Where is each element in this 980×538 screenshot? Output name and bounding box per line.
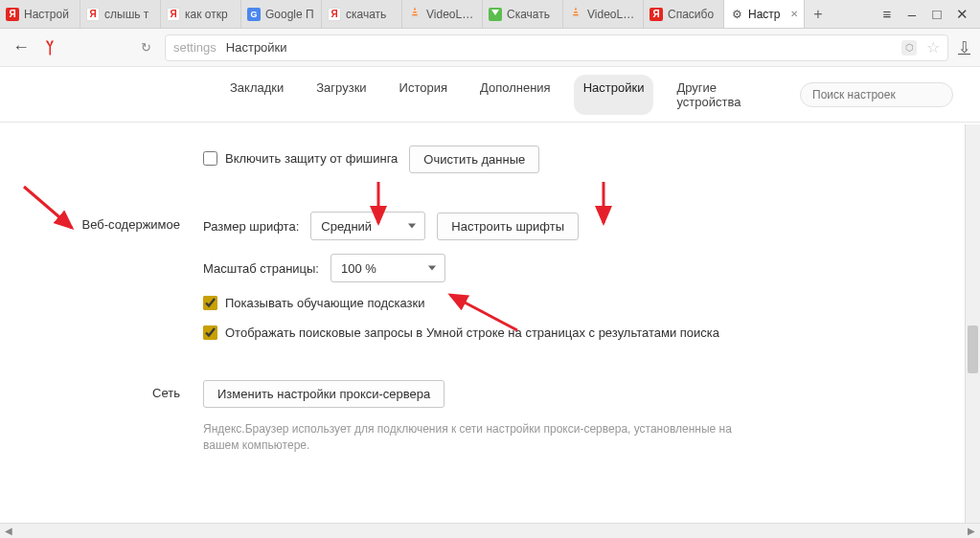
browser-tab[interactable]: Яслышь т <box>80 0 161 28</box>
phishing-protection-label: Включить защиту от фишинга <box>225 151 398 168</box>
tab-favicon-icon: Я <box>167 8 180 21</box>
browser-tab[interactable]: Якак откр <box>161 0 241 28</box>
settings-nav-item[interactable]: Дополнения <box>470 75 560 115</box>
browser-tab[interactable]: Скачать <box>483 0 563 28</box>
close-window-button[interactable]: ✕ <box>949 0 974 29</box>
url-path: settings <box>173 40 217 55</box>
maximize-button[interactable]: □ <box>924 0 949 29</box>
svg-rect-4 <box>574 11 578 11</box>
settings-search-input[interactable] <box>800 82 953 107</box>
network-section-title: Сеть <box>0 380 203 400</box>
browser-tab[interactable]: VideoLAN <box>563 0 644 28</box>
tab-favicon-icon: ⚙ <box>730 8 743 21</box>
browser-tab[interactable]: ⚙Настр✕ <box>724 0 805 28</box>
tab-favicon-icon: G <box>247 8 261 21</box>
yandex-logo-icon <box>42 39 59 56</box>
tab-label: Google П <box>265 8 315 21</box>
browser-tabstrip: ЯНастройЯслышь тЯкак открGGoogle ПЯскача… <box>0 0 980 29</box>
tab-favicon-icon: Я <box>650 8 663 21</box>
font-size-value: Средний <box>321 219 372 234</box>
show-hints-checkbox[interactable]: Показывать обучающие подсказки <box>203 296 778 312</box>
omnibox[interactable]: settings Настройки ⬡ ☆ <box>165 34 948 61</box>
settings-nav-item[interactable]: Настройки <box>574 75 654 115</box>
tab-close-icon[interactable]: ✕ <box>790 9 798 19</box>
tab-favicon-icon <box>569 8 582 21</box>
browser-tab[interactable]: GGoogle П <box>241 0 322 28</box>
minimize-button[interactable]: – <box>900 0 924 29</box>
back-button[interactable]: ← <box>10 37 33 57</box>
settings-nav-item[interactable]: Другие устройства <box>667 75 781 115</box>
tab-label: как откр <box>185 8 235 21</box>
proxy-hint-text: Яндекс.Браузер использует для подключени… <box>203 421 740 454</box>
settings-nav-item[interactable]: Загрузки <box>307 75 376 115</box>
tab-label: VideoLAN <box>587 8 637 21</box>
window-controls: ≡ – □ ✕ <box>875 0 980 28</box>
settings-nav-item[interactable]: Закладки <box>220 75 293 115</box>
svg-rect-3 <box>572 16 580 18</box>
tab-favicon-icon <box>489 8 502 21</box>
proxy-settings-button[interactable]: Изменить настройки прокси-сервера <box>203 380 444 408</box>
bookmark-star-icon[interactable]: ☆ <box>926 38 940 56</box>
page-zoom-label: Масштаб страницы: <box>203 261 319 276</box>
settings-subnav: ЗакладкиЗагрузкиИсторияДополненияНастрой… <box>0 67 980 123</box>
browser-tab[interactable]: VideoLAN <box>402 0 483 28</box>
clear-data-button[interactable]: Очистить данные <box>409 146 539 173</box>
svg-rect-0 <box>411 16 419 18</box>
show-hints-label: Показывать обучающие подсказки <box>225 296 424 312</box>
page-zoom-select[interactable]: 100 % <box>330 254 445 282</box>
page-zoom-value: 100 % <box>341 261 376 276</box>
page-title: Настройки <box>226 40 287 55</box>
tab-favicon-icon <box>408 8 422 21</box>
web-content-section-title: Веб-содержимое <box>0 212 203 232</box>
settings-content: Включить защиту от фишинга Очистить данн… <box>0 123 980 523</box>
configure-fonts-button[interactable]: Настроить шрифты <box>437 213 579 240</box>
new-tab-button[interactable]: + <box>805 0 832 28</box>
tab-favicon-icon: Я <box>86 8 100 21</box>
downloads-icon[interactable]: ⇩ <box>958 38 970 56</box>
tab-label: скачать <box>346 8 396 21</box>
smartline-queries-checkbox[interactable]: Отображать поисковые запросы в Умной стр… <box>203 325 778 342</box>
font-size-select[interactable]: Средний <box>310 212 425 240</box>
tab-favicon-icon: Я <box>6 8 19 21</box>
tab-label: Настр <box>748 8 786 21</box>
settings-nav-item[interactable]: История <box>390 75 457 115</box>
svg-rect-2 <box>413 13 418 14</box>
smartline-queries-label: Отображать поисковые запросы в Умной стр… <box>225 325 719 342</box>
tab-favicon-icon: Я <box>328 8 341 21</box>
font-size-label: Размер шрифта: <box>203 219 299 234</box>
menu-button[interactable]: ≡ <box>875 0 900 29</box>
browser-tab[interactable]: ЯСпасибо <box>644 0 724 28</box>
svg-rect-1 <box>413 11 417 11</box>
address-bar: ← ↻ settings Настройки ⬡ ☆ ⇩ <box>0 29 980 67</box>
tab-label: слышь т <box>104 8 154 21</box>
browser-tab[interactable]: Яскачать <box>322 0 402 28</box>
reload-button[interactable]: ↻ <box>136 40 155 55</box>
shield-icon[interactable]: ⬡ <box>901 40 917 56</box>
tab-label: Настрой <box>24 8 74 21</box>
phishing-protection-checkbox[interactable]: Включить защиту от фишинга <box>203 151 398 168</box>
tab-label: VideoLAN <box>426 8 476 21</box>
browser-tab[interactable]: ЯНастрой <box>0 0 80 28</box>
horizontal-scrollbar[interactable]: ◀▶ <box>0 523 980 538</box>
tab-label: Скачать <box>507 8 557 21</box>
svg-rect-5 <box>574 13 579 14</box>
tab-label: Спасибо <box>668 8 718 21</box>
vertical-scrollbar[interactable] <box>965 124 980 523</box>
